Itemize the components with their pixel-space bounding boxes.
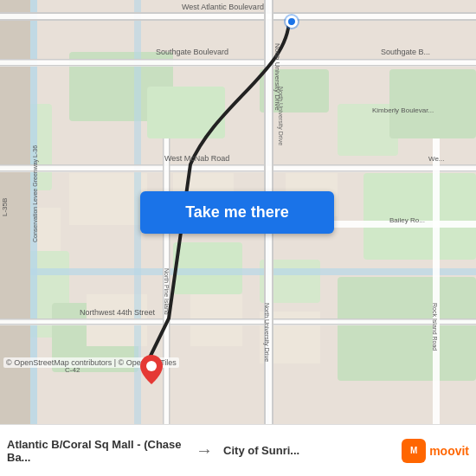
svg-text:West McNab Road: West McNab Road <box>164 154 229 163</box>
moovit-text: moovit <box>429 444 469 458</box>
map-container: West Atlantic Boulevard Southgate Boulev… <box>0 0 476 424</box>
svg-text:Southgate B...: Southgate B... <box>381 48 430 56</box>
svg-rect-2 <box>147 87 225 138</box>
svg-text:West Atlantic Boulevard: West Atlantic Boulevard <box>182 3 264 11</box>
moovit-logo: M moovit <box>402 439 469 463</box>
destination-pin <box>140 355 163 388</box>
svg-rect-35 <box>0 318 476 320</box>
direction-arrow: → <box>185 441 223 460</box>
svg-text:L-35B: L-35B <box>1 198 9 216</box>
svg-rect-30 <box>0 65 476 67</box>
svg-text:North Pine Island: North Pine Island <box>164 268 170 315</box>
svg-text:Rock Island Road: Rock Island Road <box>432 303 438 351</box>
button-label: Take me there <box>185 203 289 222</box>
svg-rect-44 <box>433 138 440 424</box>
svg-point-61 <box>146 361 157 371</box>
svg-text:Conservation Levee Greenway L-: Conservation Levee Greenway L-36 <box>32 145 39 242</box>
start-location-dot <box>286 16 298 28</box>
svg-text:Southgate Boulevard: Southgate Boulevard <box>156 48 228 56</box>
svg-rect-6 <box>389 69 476 138</box>
svg-text:North University Drive: North University Drive <box>277 87 284 145</box>
svg-rect-33 <box>0 170 476 172</box>
origin-info: Atlantic B/Coral Sq Mall - (Chase Ba... <box>7 438 185 464</box>
svg-rect-36 <box>0 324 476 325</box>
svg-text:We...: We... <box>428 155 445 163</box>
svg-text:North University Drive: North University Drive <box>263 303 270 362</box>
svg-text:Kimberly Boulevar...: Kimberly Boulevar... <box>372 106 434 114</box>
origin-label: Atlantic B/Coral Sq Mall - (Chase Ba... <box>7 438 185 464</box>
svg-rect-32 <box>0 164 476 166</box>
svg-text:Northwest 44th Street: Northwest 44th Street <box>80 308 156 317</box>
take-me-there-button[interactable]: Take me there <box>140 191 334 234</box>
svg-rect-29 <box>0 59 476 61</box>
svg-rect-27 <box>0 19 476 21</box>
svg-rect-8 <box>338 277 476 381</box>
svg-rect-20 <box>0 268 476 275</box>
moovit-icon: M <box>402 439 426 463</box>
svg-text:Bailey Ro...: Bailey Ro... <box>389 216 425 224</box>
destination-label: City of Sunri... <box>223 444 402 457</box>
svg-rect-26 <box>0 12 476 14</box>
destination-info: City of Sunri... <box>223 444 402 457</box>
bottom-bar: Atlantic B/Coral Sq Mall - (Chase Ba... … <box>0 424 476 476</box>
